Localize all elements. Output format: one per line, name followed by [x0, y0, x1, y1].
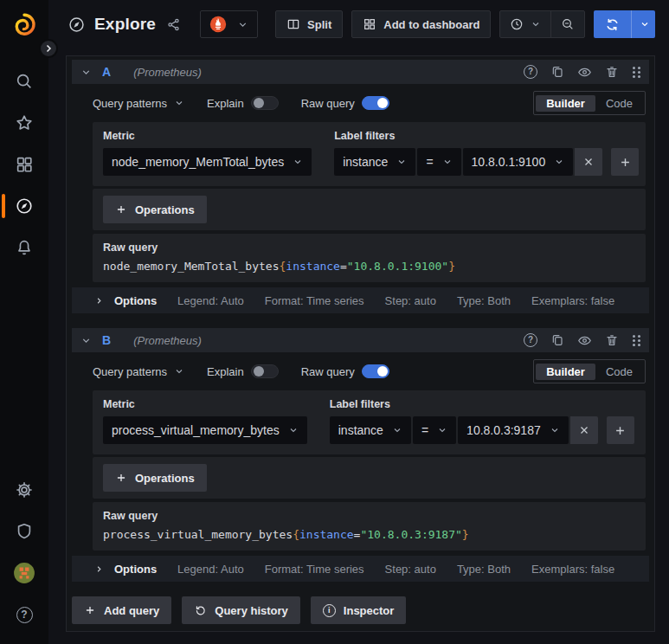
- metric-select[interactable]: node_memory_MemTotal_bytes: [103, 148, 312, 176]
- builder-mode-button[interactable]: Builder: [536, 364, 595, 380]
- label-filters-label: Label filters: [334, 130, 639, 142]
- inspector-label: Inspector: [344, 604, 395, 617]
- query-ref-letter: A: [102, 65, 111, 79]
- chevron-down-icon: [550, 425, 560, 435]
- add-to-dashboard-label: Add to dashboard: [383, 18, 479, 31]
- share-icon[interactable]: [166, 17, 181, 32]
- zoom-out-time-button[interactable]: [550, 11, 584, 37]
- raw-query-toggle[interactable]: [362, 364, 389, 378]
- time-range-picker[interactable]: [500, 11, 550, 37]
- filter-value-text: 10.8.0.3:9187: [466, 423, 541, 437]
- query-help-icon[interactable]: ?: [524, 333, 537, 347]
- disable-query-eye-icon[interactable]: [577, 65, 592, 80]
- explore-footer-actions: Add query Query history i Inspector: [72, 596, 649, 624]
- filter-operator-select[interactable]: =: [413, 416, 456, 444]
- add-operations-button[interactable]: Operations: [103, 464, 207, 492]
- filter-operator-value: =: [421, 423, 428, 437]
- query-help-icon[interactable]: ?: [524, 65, 537, 79]
- filter-label-select[interactable]: instance: [334, 148, 415, 176]
- explain-toggle[interactable]: [251, 96, 279, 110]
- raw-query-card-a: Raw query node_memory_MemTotal_bytes{ins…: [93, 234, 646, 282]
- explain-toggle[interactable]: [251, 364, 279, 378]
- query-rows-container: A (Prometheus) ?: [66, 55, 655, 632]
- remove-filter-button[interactable]: [575, 148, 602, 176]
- filter-label-value: instance: [343, 155, 388, 169]
- sidebar-expand-button[interactable]: [39, 39, 58, 58]
- label-filters-field: Label filters instance =: [334, 130, 639, 176]
- sidebar-item-server-admin[interactable]: [0, 511, 48, 552]
- metric-field: Metric node_memory_MemTotal_bytes: [103, 130, 312, 176]
- query-patterns-label: Query patterns: [93, 365, 167, 378]
- query-patterns-dropdown[interactable]: Query patterns: [93, 97, 184, 110]
- option-format: Format: Time series: [265, 563, 364, 576]
- sidebar-item-alerting[interactable]: [0, 227, 48, 268]
- add-operations-button[interactable]: Operations: [103, 196, 207, 223]
- sidebar-item-help[interactable]: ?: [0, 594, 48, 635]
- collapse-chevron-icon[interactable]: [80, 67, 92, 78]
- query-header-b[interactable]: B (Prometheus) ?: [72, 328, 649, 352]
- query-editor-row-a: A (Prometheus) ?: [72, 60, 649, 313]
- query-options-row-b[interactable]: Options Legend: Auto Format: Time series…: [72, 556, 649, 582]
- sidebar-item-configuration[interactable]: [0, 469, 48, 511]
- query-datasource-name: (Prometheus): [133, 334, 202, 347]
- raw-query-toggle[interactable]: [362, 96, 389, 110]
- query-editor-row-b: B (Prometheus) ?: [72, 328, 649, 582]
- filter-operator-select[interactable]: =: [417, 148, 460, 176]
- builder-mode-button[interactable]: Builder: [536, 95, 595, 112]
- filter-operator-value: =: [426, 155, 433, 169]
- remove-filter-button[interactable]: [570, 416, 598, 444]
- option-step: Step: auto: [385, 563, 436, 576]
- datasource-picker[interactable]: [200, 10, 258, 38]
- sidebar-item-explore[interactable]: [0, 185, 48, 227]
- collapse-chevron-icon[interactable]: [80, 335, 92, 346]
- code-mode-button[interactable]: Code: [595, 95, 643, 112]
- add-filter-button[interactable]: [611, 148, 639, 176]
- remove-query-trash-icon[interactable]: [605, 333, 619, 347]
- remove-query-trash-icon[interactable]: [605, 65, 619, 79]
- raw-query-card-b: Raw query process_virtual_memory_bytes{i…: [93, 502, 646, 551]
- option-type: Type: Both: [457, 563, 511, 576]
- add-filter-button[interactable]: [607, 416, 634, 444]
- metric-select[interactable]: process_virtual_memory_bytes: [103, 416, 307, 444]
- chevron-down-icon: [174, 366, 184, 377]
- user-avatar: [13, 562, 35, 584]
- explore-body: A (Prometheus) ?: [48, 48, 669, 644]
- raw-query-title: Raw query: [103, 242, 635, 254]
- compass-icon: [15, 196, 34, 216]
- sidebar-item-dashboards[interactable]: [0, 144, 48, 185]
- duplicate-query-icon[interactable]: [550, 333, 564, 347]
- query-history-button[interactable]: Query history: [182, 596, 300, 624]
- add-query-button[interactable]: Add query: [72, 596, 171, 624]
- label-filters-field: Label filters instance =: [330, 398, 634, 444]
- sidebar: ?: [0, 0, 48, 644]
- drag-handle-icon[interactable]: [632, 65, 640, 79]
- query-options-row-a[interactable]: Options Legend: Auto Format: Time series…: [72, 287, 649, 313]
- run-interval-caret[interactable]: [631, 10, 655, 38]
- inspector-button[interactable]: i Inspector: [311, 596, 407, 624]
- duplicate-query-icon[interactable]: [550, 65, 564, 79]
- query-header-a[interactable]: A (Prometheus) ?: [72, 60, 649, 84]
- operations-card-a: Operations: [93, 189, 646, 230]
- filter-value-select[interactable]: 10.8.0.3:9187: [458, 416, 569, 444]
- filter-value-select[interactable]: 10.8.0.1:9100: [463, 148, 574, 176]
- code-mode-button[interactable]: Code: [595, 364, 643, 380]
- grafana-logo-icon[interactable]: [11, 12, 37, 38]
- disable-query-eye-icon[interactable]: [577, 333, 592, 348]
- query-patterns-dropdown[interactable]: Query patterns: [93, 365, 184, 378]
- add-query-label: Add query: [104, 604, 159, 617]
- operations-card-b: Operations: [93, 457, 646, 499]
- add-to-dashboard-button[interactable]: Add to dashboard: [351, 10, 491, 38]
- drag-handle-icon[interactable]: [632, 333, 640, 347]
- metric-field-label: Metric: [103, 130, 312, 142]
- grafana-app: ? Explore: [0, 0, 669, 644]
- sidebar-item-starred[interactable]: [0, 102, 48, 144]
- split-button[interactable]: Split: [275, 10, 343, 38]
- option-exemplars: Exemplars: false: [531, 294, 614, 307]
- run-query-button[interactable]: [594, 10, 655, 38]
- filter-label-select[interactable]: instance: [330, 416, 411, 444]
- metric-field: Metric process_virtual_memory_bytes: [103, 398, 307, 444]
- chevron-down-icon: [437, 425, 447, 435]
- sidebar-item-search[interactable]: [0, 61, 48, 102]
- query-patterns-label: Query patterns: [93, 97, 167, 110]
- sidebar-item-profile[interactable]: [0, 552, 48, 594]
